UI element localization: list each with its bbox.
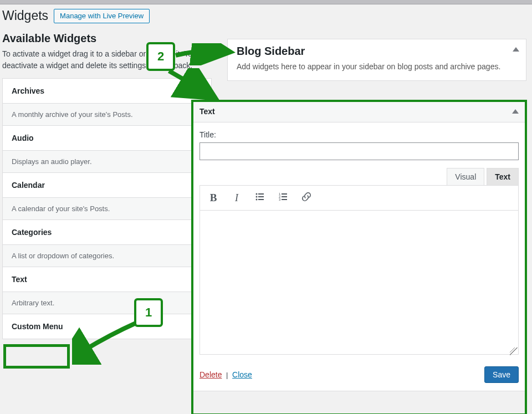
window-topbar [0,0,532,4]
widget-item-title: Audio [3,126,211,150]
widget-item-categories[interactable]: Categories A list or dropdown of categor… [2,219,212,267]
widget-item-desc: A monthly archive of your site's Posts. [3,103,211,125]
title-label: Title: [200,130,519,139]
svg-point-0 [256,193,258,195]
sidebar-area-column: Blog Sidebar Add widgets here to appear … [227,39,526,81]
available-widgets-description: To activate a widget drag it to a sideba… [0,48,205,78]
widget-item-title: Text [3,267,211,292]
editor-toolbar: B I 123 [200,185,519,211]
widget-item-title: Archives [3,79,211,103]
widget-item-desc: A calendar of your site's Posts. [3,197,211,219]
svg-rect-5 [258,199,264,200]
separator: | [224,371,230,379]
widget-list: Archives A monthly archive of your site'… [0,78,216,339]
text-widget-footer: Delete | Close Save [192,360,526,391]
widget-item-text[interactable]: Text Arbitrary text. [2,267,212,314]
tab-text[interactable]: Text [487,168,519,185]
editor-tabs: Visual Text [200,168,519,185]
close-link[interactable]: Close [232,370,252,379]
svg-rect-7 [282,193,287,195]
text-widget-header-title: Text [200,107,215,116]
page-header: Widgets Manage with Live Preview [0,4,532,24]
widget-item-title: Categories [3,220,211,244]
sidebar-area-blog-sidebar[interactable]: Blog Sidebar Add widgets here to appear … [227,39,526,81]
widget-item-desc: Arbitrary text. [3,292,211,314]
bold-button[interactable]: B [208,192,219,204]
sidebar-area-description: Add widgets here to appear in your sideb… [237,61,517,73]
numbered-list-icon[interactable]: 123 [278,192,289,205]
widget-item-calendar[interactable]: Calendar A calendar of your site's Posts… [2,172,212,220]
bulleted-list-icon[interactable] [254,192,265,205]
widget-item-desc: A list or dropdown of categories. [3,244,211,267]
save-button[interactable]: Save [484,366,519,383]
widget-item-title: Custom Menu [3,314,211,339]
widget-item-desc: Displays an audio player. [3,150,211,172]
tab-visual[interactable]: Visual [447,168,484,185]
svg-rect-1 [258,193,264,195]
sidebar-area-title: Blog Sidebar [237,45,517,61]
collapse-caret-icon[interactable] [513,47,519,52]
widget-item-title: Calendar [3,173,211,197]
page-title: Widgets [2,8,49,24]
italic-button[interactable]: I [231,192,242,204]
link-icon[interactable] [301,192,312,205]
available-widgets-column: Available Widgets To activate a widget d… [0,27,216,339]
text-widget-panel: Text Title: Visual Text B I 123 [191,100,527,391]
svg-point-4 [256,198,258,200]
delete-link[interactable]: Delete [200,370,222,379]
collapse-caret-icon[interactable] [512,109,519,114]
widget-item-archives[interactable]: Archives A monthly archive of your site'… [2,78,212,126]
title-input[interactable] [200,142,519,160]
text-widget-header[interactable]: Text [192,100,526,122]
svg-text:3: 3 [279,198,281,201]
live-preview-button[interactable]: Manage with Live Preview [54,9,150,23]
available-widgets-heading: Available Widgets [0,31,216,48]
svg-rect-3 [258,196,264,197]
svg-point-2 [256,196,258,197]
svg-rect-11 [282,199,287,200]
widget-item-audio[interactable]: Audio Displays an audio player. [2,125,212,173]
content-textarea[interactable] [200,211,519,355]
svg-rect-9 [282,196,287,197]
widget-item-custom-menu[interactable]: Custom Menu [2,314,212,339]
resize-grip-icon[interactable] [510,347,518,355]
